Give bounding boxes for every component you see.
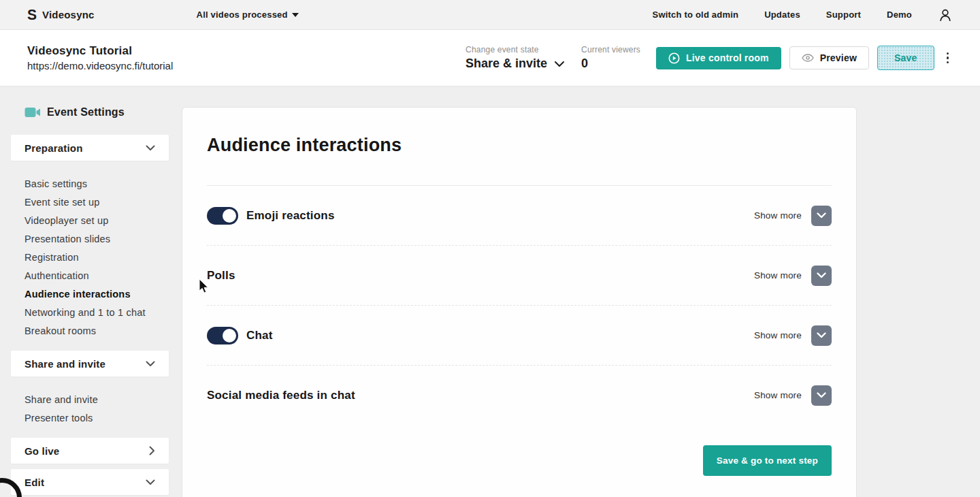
- chat-toggle[interactable]: [207, 327, 238, 344]
- save-and-next-step-button[interactable]: Save & go to next step: [703, 445, 832, 476]
- sidebar-title-label: Event Settings: [47, 106, 125, 118]
- expand-row-button[interactable]: [811, 325, 832, 346]
- user-account-icon[interactable]: [938, 7, 953, 22]
- sidebar-item-basic-settings[interactable]: Basic settings: [24, 178, 169, 190]
- sidebar-item-authentication[interactable]: Authentication: [24, 270, 169, 282]
- event-state-value: Share & invite: [466, 57, 547, 71]
- audience-interactions-card: Audience interactions Emoji reactions Sh…: [182, 107, 857, 497]
- accordion-preparation[interactable]: Preparation: [11, 135, 169, 161]
- switch-old-admin-link[interactable]: Switch to old admin: [653, 10, 739, 20]
- live-control-room-button[interactable]: Live control room: [656, 47, 781, 69]
- show-more-link[interactable]: Show more: [754, 210, 802, 221]
- sidebar-item-videoplayer-set-up[interactable]: Videoplayer set up: [24, 215, 169, 227]
- event-state-dropdown[interactable]: Share & invite: [466, 57, 581, 71]
- page-body: Event Settings Preparation Basic setting…: [0, 87, 980, 497]
- chevron-down-icon: [817, 392, 826, 398]
- show-more-link[interactable]: Show more: [754, 330, 802, 340]
- setting-label: Chat: [246, 329, 273, 342]
- videosync-logo[interactable]: S Videosync: [27, 7, 95, 22]
- page-title: Audience interactions: [207, 135, 832, 156]
- emoji-reactions-toggle[interactable]: [207, 207, 238, 225]
- event-state-label: Change event state: [466, 45, 581, 54]
- settings-sidebar: Event Settings Preparation Basic setting…: [11, 106, 169, 497]
- logo-s-icon: S: [27, 7, 37, 22]
- chevron-down-icon: [817, 212, 826, 219]
- sidebar-item-share-and-invite[interactable]: Share and invite: [24, 394, 169, 406]
- accordion-label: Edit: [24, 477, 44, 488]
- show-more-link[interactable]: Show more: [754, 270, 802, 280]
- live-button-label: Live control room: [686, 52, 769, 63]
- setting-row-polls: Polls Show more: [207, 246, 832, 305]
- preparation-items: Basic settings Event site set up Videopl…: [11, 166, 169, 351]
- setting-row-social-media-feeds: Social media feeds in chat Show more: [207, 366, 832, 425]
- updates-link[interactable]: Updates: [764, 10, 800, 20]
- more-options-menu[interactable]: [943, 50, 953, 67]
- eye-icon: [802, 54, 814, 62]
- setting-row-emoji-reactions: Emoji reactions Show more: [207, 186, 832, 245]
- event-url[interactable]: https://demo.videosync.fi/tutorial: [27, 60, 173, 71]
- event-header: Videosync Tutorial https://demo.videosyn…: [0, 30, 980, 86]
- chevron-down-icon: [146, 479, 155, 485]
- videos-status-label: All videos processed: [197, 10, 288, 20]
- preview-button-label: Preview: [820, 52, 857, 63]
- sidebar-item-presentation-slides[interactable]: Presentation slides: [24, 234, 169, 245]
- card-footer: Save & go to next step: [207, 445, 832, 476]
- sidebar-item-audience-interactions[interactable]: Audience interactions: [24, 289, 169, 300]
- play-circle-icon: [668, 52, 680, 64]
- accordion-label: Share and invite: [24, 358, 105, 370]
- accordion-label: Go live: [24, 445, 59, 457]
- sidebar-item-presenter-tools[interactable]: Presenter tools: [24, 413, 169, 424]
- expand-row-button[interactable]: [811, 266, 832, 286]
- preview-button[interactable]: Preview: [789, 46, 869, 69]
- chevron-down-icon: [554, 61, 565, 67]
- sidebar-item-registration[interactable]: Registration: [24, 252, 169, 263]
- setting-label: Social media feeds in chat: [207, 389, 355, 402]
- setting-label: Polls: [207, 269, 235, 283]
- save-button-label: Save: [894, 52, 917, 63]
- current-viewers-block: Current viewers 0: [581, 45, 656, 71]
- save-button[interactable]: Save: [877, 46, 934, 70]
- sidebar-item-networking-1to1-chat[interactable]: Networking and 1 to 1 chat: [24, 307, 169, 319]
- accordion-label: Preparation: [24, 142, 83, 154]
- chevron-right-icon: [149, 446, 155, 455]
- viewers-count: 0: [581, 57, 656, 71]
- chevron-down-icon: [146, 145, 155, 151]
- demo-link[interactable]: Demo: [887, 10, 912, 20]
- video-camera-icon: [24, 107, 41, 118]
- chevron-down-icon: [817, 272, 826, 278]
- share-invite-items: Share and invite Presenter tools: [11, 382, 169, 438]
- brand-name: Videosync: [42, 9, 95, 20]
- show-more-link[interactable]: Show more: [754, 390, 802, 400]
- expand-row-button[interactable]: [811, 206, 832, 226]
- viewers-label: Current viewers: [581, 45, 656, 54]
- event-title-block: Videosync Tutorial https://demo.videosyn…: [27, 44, 173, 71]
- sidebar-title: Event Settings: [11, 106, 169, 118]
- chevron-down-icon: [817, 332, 826, 338]
- accordion-go-live[interactable]: Go live: [11, 438, 169, 464]
- expand-row-button[interactable]: [811, 385, 832, 406]
- top-bar: S Videosync All videos processed Switch …: [0, 0, 980, 30]
- caret-down-icon: [292, 13, 299, 17]
- accordion-share-and-invite[interactable]: Share and invite: [11, 351, 169, 376]
- sidebar-item-event-site-set-up[interactable]: Event site set up: [24, 197, 169, 208]
- support-link[interactable]: Support: [826, 10, 861, 20]
- sidebar-item-breakout-rooms[interactable]: Breakout rooms: [24, 325, 169, 337]
- topbar-links: Switch to old admin Updates Support Demo: [653, 7, 953, 22]
- accordion-edit[interactable]: Edit: [11, 469, 169, 495]
- event-state-block: Change event state Share & invite: [466, 45, 581, 71]
- setting-row-chat: Chat Show more: [207, 306, 832, 365]
- videos-status-dropdown[interactable]: All videos processed: [197, 10, 299, 20]
- chevron-down-icon: [146, 361, 155, 367]
- header-actions: Live control room Preview Save: [656, 46, 953, 70]
- setting-label: Emoji reactions: [246, 209, 335, 223]
- event-title: Videosync Tutorial: [27, 44, 173, 58]
